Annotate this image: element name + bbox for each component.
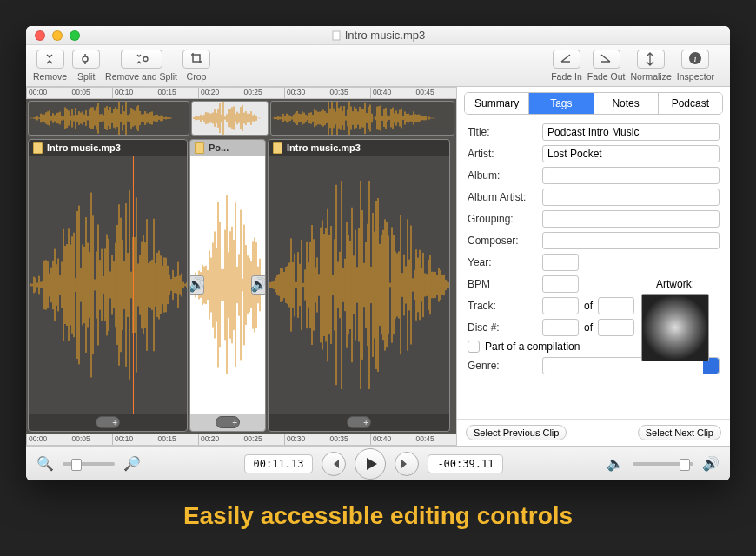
clip-header[interactable]: Intro music.mp3	[269, 140, 449, 156]
toolbar: RemoveSplitRemove and SplitCrop Fade InF…	[26, 45, 730, 87]
remove-icon	[36, 50, 64, 69]
disc-total-field[interactable]	[598, 319, 634, 336]
volume-slider[interactable]	[633, 462, 693, 466]
time-ruler-top: 00:0000:0500:1000:1500:2000:2500:3000:35…	[26, 87, 456, 99]
track-total-field[interactable]	[598, 297, 634, 314]
label-genre: Genre:	[468, 360, 542, 372]
label-grouping: Grouping:	[468, 213, 542, 225]
disc-number-field[interactable]	[542, 319, 579, 336]
add-effect-button[interactable]	[216, 416, 240, 428]
clip-footer	[29, 414, 187, 431]
zoom-slider[interactable]	[63, 462, 115, 466]
overview-segment[interactable]	[270, 101, 454, 136]
album-field[interactable]	[542, 167, 720, 184]
remaining-time: -00:39.11	[428, 454, 503, 473]
clip-footer	[269, 414, 449, 431]
grouping-field[interactable]	[542, 210, 720, 228]
select-next-clip-button[interactable]: Select Next Clip	[638, 425, 721, 440]
label-album-artist: Album Artist:	[468, 191, 542, 203]
label-composer: Composer:	[468, 235, 542, 247]
waveform-pane: 00:0000:0500:1000:1500:2000:2500:3000:35…	[26, 87, 456, 446]
tab-podcast[interactable]: Podcast	[659, 93, 722, 114]
label-disc: Disc #:	[468, 321, 542, 334]
zoom-out-icon[interactable]: 🔍	[36, 455, 54, 472]
forward-button[interactable]	[395, 452, 419, 476]
split-icon	[72, 50, 100, 69]
close-icon[interactable]	[35, 30, 45, 41]
audio-clip[interactable]: Intro music.mp3	[268, 139, 450, 432]
clip-footer	[190, 414, 265, 431]
label-compilation: Part of a compilation	[485, 341, 580, 353]
minimize-icon[interactable]	[52, 30, 63, 41]
artwork-section: Artwork:	[636, 278, 714, 365]
clip-header[interactable]: Intro music.mp3	[29, 140, 187, 156]
label-title: Title:	[468, 126, 542, 138]
playhead[interactable]	[133, 156, 134, 414]
clip-nav: Select Previous Clip Select Next Clip	[457, 419, 730, 446]
zoom-in-icon[interactable]: 🔎	[123, 455, 141, 472]
fadeout-button[interactable]: Fade Out	[587, 50, 626, 82]
clip-header[interactable]: Po...	[190, 140, 265, 156]
volume-high-icon: 🔊	[702, 455, 720, 472]
clip-handle-left[interactable]: 🔊	[189, 275, 204, 295]
label-bpm: BPM	[468, 278, 542, 290]
tab-notes[interactable]: Notes	[594, 93, 659, 114]
volume-low-icon: 🔈	[607, 455, 624, 472]
crop-icon	[182, 50, 210, 69]
rewind-button[interactable]	[322, 452, 346, 476]
window-controls	[35, 30, 80, 41]
normalize-button[interactable]: Normalize	[631, 50, 672, 82]
album-artist-field[interactable]	[542, 189, 720, 206]
composer-field[interactable]	[542, 232, 720, 249]
select-prev-clip-button[interactable]: Select Previous Clip	[466, 425, 567, 440]
remove-split-icon	[121, 50, 162, 69]
crop-button[interactable]: Crop	[182, 50, 210, 82]
tags-form: Title: Artist: Album: Album Artist: Grou…	[457, 120, 730, 419]
file-icon	[331, 30, 342, 41]
title-field[interactable]	[542, 123, 720, 141]
track-lane: Intro music.mp3Po...🔊🔊Intro music.mp3	[26, 137, 456, 434]
split-button[interactable]: Split	[72, 50, 100, 82]
marketing-caption: Easily accessible editing controls	[0, 502, 756, 530]
fadeout-icon	[593, 50, 620, 69]
normalize-icon	[637, 50, 665, 69]
clip-handle-right[interactable]: 🔊	[251, 275, 266, 295]
zoom-icon[interactable]	[70, 30, 80, 41]
window-title: Intro music.mp3	[26, 29, 730, 42]
label-track: Track:	[468, 300, 542, 312]
remove-button[interactable]: Remove	[33, 50, 67, 82]
compilation-checkbox[interactable]	[468, 341, 480, 353]
label-album: Album:	[468, 169, 542, 182]
add-effect-button[interactable]	[347, 416, 371, 428]
track-number-field[interactable]	[542, 297, 579, 314]
svg-rect-0	[333, 31, 340, 40]
inspector-tabs: SummaryTagsNotesPodcast	[464, 92, 723, 115]
overview-segment[interactable]	[191, 101, 269, 136]
tab-summary[interactable]: Summary	[465, 93, 529, 114]
inspector-panel: SummaryTagsNotesPodcast Title: Artist: A…	[456, 87, 730, 446]
overview-strip[interactable]	[26, 99, 456, 137]
file-icon	[273, 142, 282, 154]
tab-tags[interactable]: Tags	[529, 93, 594, 114]
audio-clip[interactable]: Intro music.mp3	[28, 139, 188, 432]
svg-text:i: i	[694, 53, 697, 63]
artwork-image[interactable]	[641, 294, 709, 361]
inspector-button[interactable]: iInspector	[677, 50, 714, 82]
bpm-field[interactable]	[542, 275, 579, 293]
file-icon	[33, 142, 43, 154]
inspector-icon: i	[681, 50, 709, 69]
remove-split-button[interactable]: Remove and Split	[105, 50, 177, 82]
titlebar: Intro music.mp3	[26, 26, 730, 45]
transport-bar: 🔍 🔎 00:11.13 -00:39.11 🔈 🔊	[26, 446, 730, 480]
app-window: Intro music.mp3 RemoveSplitRemove and Sp…	[26, 26, 730, 480]
label-artist: Artist:	[468, 148, 542, 160]
play-button[interactable]	[355, 448, 386, 480]
audio-clip[interactable]: Po...🔊🔊	[189, 139, 266, 432]
add-effect-button[interactable]	[96, 416, 120, 428]
fadein-button[interactable]: Fade In	[551, 50, 582, 82]
overview-segment[interactable]	[28, 101, 189, 136]
label-artwork: Artwork:	[636, 278, 714, 290]
label-year: Year:	[468, 256, 542, 268]
year-field[interactable]	[542, 254, 579, 271]
artist-field[interactable]	[542, 145, 720, 162]
